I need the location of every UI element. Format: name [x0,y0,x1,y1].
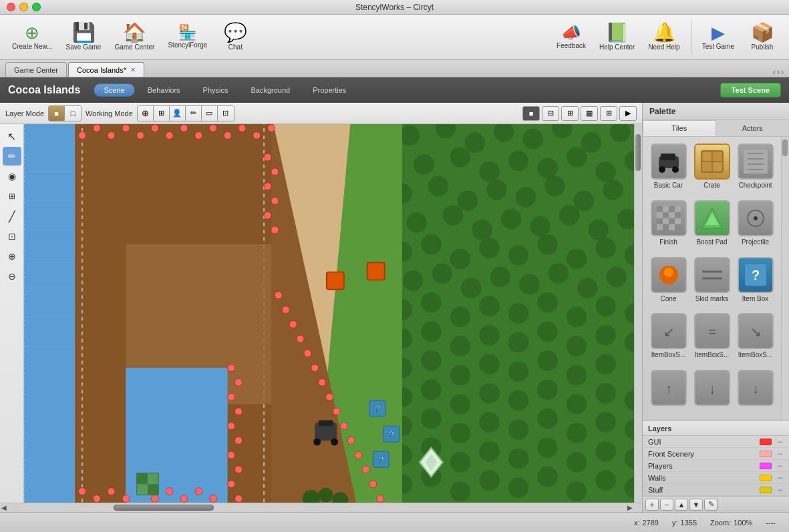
tab-game-center[interactable]: Game Center [5,62,67,77]
fill-tool[interactable]: ◉ [3,167,21,186]
tab-more-icon[interactable]: › [781,67,784,77]
draw-tool[interactable]: ✏ [3,147,21,166]
line-tool[interactable]: ╱ [3,207,21,226]
tab-cocoa-islands[interactable]: Cocoa Islands* ✕ [68,62,144,77]
edit-layer-button[interactable]: ✎ [704,499,718,511]
publish-button[interactable]: 📦 Publish [742,21,782,53]
palette-item-finish[interactable]: Finish [648,199,689,253]
resize-tool[interactable]: ⊡ [3,227,21,246]
minimize-button[interactable] [19,3,28,11]
layer-players[interactable]: Players ↔ [643,460,789,472]
palette-item-boost-pad[interactable]: Boost Pad [691,199,732,253]
zoom-in-tool[interactable]: ⊕ [3,247,21,266]
palette-item-projectile[interactable]: Projectile [735,199,776,253]
feedback-button[interactable]: 📣 Feedback [551,22,591,52]
working-btn-6[interactable]: ⊡ [218,106,234,121]
vertical-scrollbar[interactable] [634,124,642,503]
layer-mode-btn-2[interactable]: □ [65,106,81,121]
move-layer-down-button[interactable]: ▼ [689,499,703,511]
view-btn-4[interactable]: ▦ [581,106,598,121]
remove-layer-button[interactable]: − [660,499,673,511]
palette-item-basic-car[interactable]: Basic Car [648,142,689,196]
scene-tab-background[interactable]: Background [241,83,301,97]
game-view[interactable]: ? ? ? [24,124,642,503]
save-game-button[interactable]: 💾 Save Game [61,21,107,53]
palette-item-cone[interactable]: Cone [648,256,689,310]
svg-point-12 [400,125,420,146]
grid-tool[interactable]: ⊞ [3,187,21,206]
move-layer-up-button[interactable]: ▲ [675,499,688,511]
view-btn-3[interactable]: ⊞ [561,106,579,121]
layer-front-scenery-visibility[interactable]: ↔ [777,450,784,457]
working-btn-4[interactable]: ✏ [186,106,202,121]
scene-tabs: Scene Behaviors Physics Background Prope… [94,83,356,97]
palette-item-itemboxs-4[interactable]: ↑ [648,368,689,415]
window-controls[interactable] [7,3,41,11]
chat-button[interactable]: 💬 Chat [215,21,255,53]
layer-stuff[interactable]: Stuff ↔ [643,484,789,496]
layer-players-visibility[interactable]: ↔ [777,462,784,469]
maximize-button[interactable] [32,3,41,11]
palette-item-itemboxs-5[interactable]: ↓ [691,368,732,415]
canvas-area: Layer Mode ■ □ Working Mode ⊕ ⊞ 👤 ✏ ▭ ⊡ … [0,103,642,512]
close-tab-icon[interactable]: ✕ [130,66,136,73]
palette-item-itemboxs-6[interactable]: ↓ [735,368,776,415]
palette-item-itemboxs-3[interactable]: ↘ ItemBoxS... [735,312,776,366]
scene-tab-behaviors[interactable]: Behaviors [138,83,190,97]
need-help-button[interactable]: 🔔 Need Help [643,21,685,53]
hscroll-left-icon[interactable]: ◀ [1,504,7,511]
palette-scroll-thumb[interactable] [782,140,788,156]
palette-item-item-box[interactable]: ? Item Box [735,256,776,310]
game-center-button[interactable]: 🏠 Game Center [109,21,160,53]
working-btn-5[interactable]: ▭ [202,106,218,121]
crate-label: Crate [703,182,720,189]
scene-tab-properties[interactable]: Properties [303,83,356,97]
tab-prev-icon[interactable]: ‹ [773,67,776,77]
palette-item-itemboxs-2[interactable]: = ItemBoxS... [691,312,732,366]
palette-item-checkpoint[interactable]: Checkpoint [735,142,776,196]
layer-gui-visibility[interactable]: ↔ [777,438,784,445]
palette-tab-tiles[interactable]: Tiles [643,120,716,136]
scene-tab-scene[interactable]: Scene [94,83,134,97]
close-button[interactable] [7,3,15,11]
layer-front-scenery[interactable]: Front Scenery ↔ [643,448,789,460]
vscroll-thumb[interactable] [635,134,641,171]
add-layer-button[interactable]: + [645,499,659,511]
hscroll-right-icon[interactable]: ▶ [627,504,633,511]
select-tool[interactable]: ↖ [3,127,21,146]
test-game-button[interactable]: ▶ Test Game [697,21,740,53]
working-btn-2[interactable]: ⊞ [154,106,170,121]
svg-point-40 [530,216,550,236]
layer-gui[interactable]: GUI ↔ [643,436,789,448]
svg-point-94 [567,394,587,414]
svg-point-158 [235,437,243,445]
test-scene-button[interactable]: Test Scene [720,83,781,97]
zoom-out-tool[interactable]: ⊖ [3,267,21,286]
layer-stuff-visibility[interactable]: ↔ [777,486,784,493]
horizontal-scrollbar[interactable]: ◀ ▶ [0,503,642,512]
create-new-button[interactable]: ⊕ Create New... [7,21,58,53]
palette-item-crate[interactable]: Crate [691,142,732,196]
hscroll-thumb[interactable] [114,505,214,511]
play-btn[interactable]: ▶ [619,106,637,121]
tab-next-icon[interactable]: › [777,67,780,77]
help-center-button[interactable]: 📗 Help Center [594,21,640,53]
view-btn-5[interactable]: ⊞ [600,106,617,121]
scene-tab-physics[interactable]: Physics [193,83,239,97]
palette-scrollbar[interactable] [781,137,789,421]
layer-walls[interactable]: Walls ↔ [643,472,789,484]
svg-point-57 [519,274,539,294]
view-btn-1[interactable]: ■ [522,106,540,121]
view-btn-2[interactable]: ⊟ [542,106,559,121]
layer-players-label: Players [648,462,754,470]
layer-walls-visibility[interactable]: ↔ [777,474,784,481]
palette-item-itemboxs-1[interactable]: ↙ ItemBoxS... [648,312,689,366]
working-btn-3[interactable]: 👤 [170,106,186,121]
palette-item-skid-marks[interactable]: Skid marks [691,256,732,310]
stencyl-forge-button[interactable]: 🏪 StencylForge [162,23,212,51]
svg-point-54 [432,263,452,283]
working-btn-1[interactable]: ⊕ [138,106,154,121]
tab-nav-arrows[interactable]: ‹ › › [773,67,784,77]
palette-tab-actors[interactable]: Actors [716,120,790,136]
layer-mode-btn-1[interactable]: ■ [49,106,65,121]
